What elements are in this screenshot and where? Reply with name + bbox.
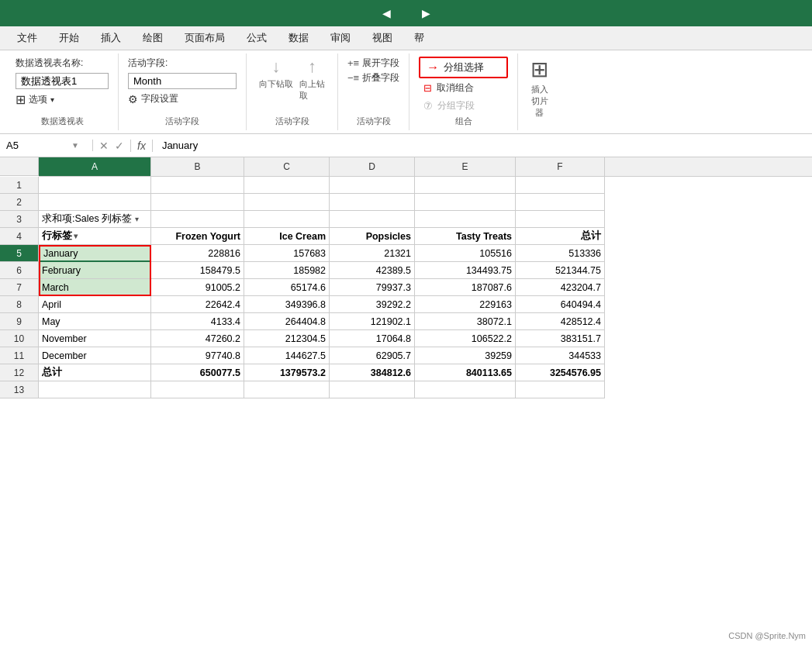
cancel-group-button[interactable]: ⊟ 取消组合 [419, 80, 508, 96]
row-num-10[interactable]: 10 [0, 330, 38, 347]
cell-2-E[interactable] [415, 194, 516, 211]
row-num-11[interactable]: 11 [0, 347, 38, 364]
cancel-formula-icon[interactable]: ✕ [99, 140, 109, 152]
cell-6-D[interactable]: 42389.5 [330, 262, 415, 279]
cell-1-F[interactable] [516, 177, 605, 194]
cell-6-F[interactable]: 521344.75 [516, 262, 605, 279]
cell-8-A[interactable]: April [39, 296, 151, 313]
cell-4-D[interactable]: Popsicles [330, 228, 415, 245]
cell-11-B[interactable]: 97740.8 [151, 347, 244, 364]
row-num-7[interactable]: 7 [0, 279, 38, 296]
cell-10-D[interactable]: 17064.8 [330, 330, 415, 347]
tab-home[interactable]: 开始 [48, 26, 90, 50]
cell-4-B[interactable]: Frozen Yogurt [151, 228, 244, 245]
tab-page-layout[interactable]: 页面布局 [174, 26, 236, 50]
cell-10-F[interactable]: 383151.7 [516, 330, 605, 347]
col-header-e[interactable]: E [415, 157, 516, 176]
cell-11-D[interactable]: 62905.7 [330, 347, 415, 364]
cell-13-A[interactable] [39, 381, 151, 398]
row-num-3[interactable]: 3 [0, 211, 38, 228]
col-header-b[interactable]: B [151, 157, 244, 176]
cell-8-E[interactable]: 229163 [415, 296, 516, 313]
cell-5-E[interactable]: 105516 [415, 245, 516, 262]
cell-ref-dropdown-icon[interactable]: ▼ [71, 141, 79, 150]
col-header-f[interactable]: F [516, 157, 605, 176]
column-label-dropdown-icon[interactable]: ▾ [135, 215, 139, 223]
cell-6-C[interactable]: 185982 [244, 262, 330, 279]
cell-8-C[interactable]: 349396.8 [244, 296, 330, 313]
cell-5-D[interactable]: 21321 [330, 245, 415, 262]
cell-11-A[interactable]: December [39, 347, 151, 364]
cell-7-D[interactable]: 79937.3 [330, 279, 415, 296]
grid[interactable]: 求和项:Sales 列标签▾行标签▾Frozen YogurtIce Cream… [39, 177, 605, 398]
row-num-1[interactable]: 1 [0, 177, 38, 194]
cell-11-C[interactable]: 144627.5 [244, 347, 330, 364]
cell-4-F[interactable]: 总计 [516, 228, 605, 245]
cell-9-D[interactable]: 121902.1 [330, 313, 415, 330]
cell-10-E[interactable]: 106522.2 [415, 330, 516, 347]
tab-file[interactable]: 文件 [6, 26, 48, 50]
row-num-9[interactable]: 9 [0, 313, 38, 330]
pivot-name-input[interactable] [16, 73, 109, 89]
confirm-formula-icon[interactable]: ✓ [115, 140, 124, 152]
cell-9-F[interactable]: 428512.4 [516, 313, 605, 330]
cell-13-B[interactable] [151, 381, 244, 398]
col-header-c[interactable]: C [244, 157, 330, 176]
cell-10-A[interactable]: November [39, 330, 151, 347]
cell-9-E[interactable]: 38072.1 [415, 313, 516, 330]
cell-8-D[interactable]: 39292.2 [330, 296, 415, 313]
tab-view[interactable]: 视图 [361, 26, 403, 50]
tab-review[interactable]: 审阅 [320, 26, 361, 50]
fold-field-button[interactable]: −≡ 折叠字段 [347, 71, 399, 85]
cell-9-C[interactable]: 264404.8 [244, 313, 330, 330]
cell-10-B[interactable]: 47260.2 [151, 330, 244, 347]
cell-3-D[interactable] [330, 211, 415, 228]
cell-9-A[interactable]: May [39, 313, 151, 330]
nav-forward-icon[interactable]: ▶ [422, 7, 430, 19]
cell-11-F[interactable]: 344533 [516, 347, 605, 364]
cell-3-F[interactable] [516, 211, 605, 228]
cell-11-E[interactable]: 39259 [415, 347, 516, 364]
row-num-5[interactable]: 5 [0, 245, 38, 262]
cell-6-B[interactable]: 158479.5 [151, 262, 244, 279]
cell-3-E[interactable] [415, 211, 516, 228]
cell-1-E[interactable] [415, 177, 516, 194]
drill-up-button[interactable]: ↑ 向上钻 取 [299, 57, 325, 102]
cell-ref-input[interactable] [6, 140, 68, 151]
tab-draw[interactable]: 绘图 [132, 26, 174, 50]
cell-5-F[interactable]: 513336 [516, 245, 605, 262]
cell-12-D[interactable]: 384812.6 [330, 364, 415, 381]
cell-1-B[interactable] [151, 177, 244, 194]
cell-2-F[interactable] [516, 194, 605, 211]
cell-8-B[interactable]: 22642.4 [151, 296, 244, 313]
cell-8-F[interactable]: 640494.4 [516, 296, 605, 313]
tab-formula[interactable]: 公式 [236, 26, 278, 50]
cell-5-C[interactable]: 157683 [244, 245, 330, 262]
field-settings-button[interactable]: ⚙ 字段设置 [128, 92, 237, 105]
group-field-button[interactable]: ⑦ 分组字段 [419, 98, 508, 114]
cell-4-C[interactable]: Ice Cream [244, 228, 330, 245]
nav-back-icon[interactable]: ◀ [382, 7, 391, 19]
row-num-2[interactable]: 2 [0, 194, 38, 211]
cell-7-E[interactable]: 187087.6 [415, 279, 516, 296]
cell-12-C[interactable]: 1379573.2 [244, 364, 330, 381]
col-header-a[interactable]: A [39, 157, 151, 176]
pivot-options-button[interactable]: ⊞ 选项 ▾ [16, 92, 109, 107]
row-num-13[interactable]: 13 [0, 381, 38, 398]
cell-10-C[interactable]: 212304.5 [244, 330, 330, 347]
insert-slicer-button[interactable]: ⊞ 插入 切片 器 [530, 57, 548, 119]
cell-4-E[interactable]: Tasty Treats [415, 228, 516, 245]
cell-7-B[interactable]: 91005.2 [151, 279, 244, 296]
active-field-input[interactable] [128, 73, 237, 89]
cell-6-A[interactable]: February [39, 262, 151, 279]
cell-13-F[interactable] [516, 381, 605, 398]
cell-13-D[interactable] [330, 381, 415, 398]
tab-insert[interactable]: 插入 [90, 26, 132, 50]
cell-4-A[interactable]: 行标签▾ [39, 228, 151, 245]
drill-down-button[interactable]: ↓ 向下钻取 [259, 57, 293, 102]
cell-9-B[interactable]: 4133.4 [151, 313, 244, 330]
cell-7-C[interactable]: 65174.6 [244, 279, 330, 296]
tab-help[interactable]: 帮 [403, 26, 435, 50]
cell-13-C[interactable] [244, 381, 330, 398]
tab-data[interactable]: 数据 [278, 26, 320, 50]
